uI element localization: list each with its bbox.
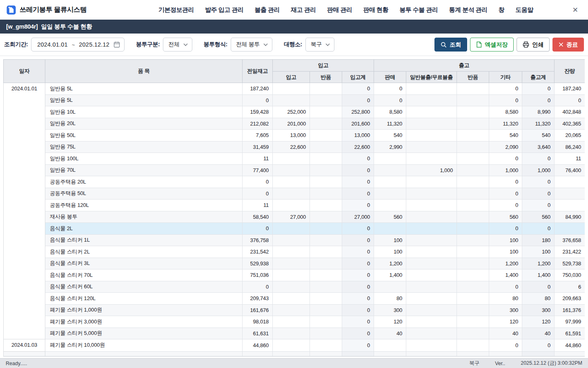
value-cell: 40 (489, 328, 522, 339)
value-cell (555, 223, 585, 235)
value-cell: 84,990 (555, 211, 585, 223)
table-row[interactable]: 음식물 스티커 60L00006 (4, 281, 585, 293)
menu-item-6[interactable]: 봉투 수불 관리 (399, 6, 438, 14)
stock-table: 일자 품 목 전일재고 입고 출고 잔량 입고 반품 입고계 판매 일반불출/무… (3, 59, 585, 357)
table-row[interactable]: 2024.01.03폐기물 스티커 10,000원44,86000044,860 (4, 339, 585, 352)
value-cell: 402,365 (555, 118, 585, 130)
bag-format-value: 전체 봉투 (236, 41, 260, 48)
value-cell (457, 200, 489, 211)
table-row[interactable]: 폐기물 스티커 1,000원161,6760300300300161,376 (4, 304, 585, 316)
value-cell: 11,320 (374, 118, 406, 130)
app-title: 쓰레기봉투 물류시스템 (20, 5, 87, 14)
value-cell (406, 118, 457, 130)
value-cell: 209,743 (243, 293, 273, 305)
value-cell: 27,000 (273, 211, 310, 223)
table-row[interactable] (4, 351, 585, 357)
value-cell: 0 (522, 200, 555, 211)
value-cell: 0 (243, 94, 273, 106)
data-grid[interactable]: 일자 품 목 전일재고 입고 출고 잔량 입고 반품 입고계 판매 일반불출/무… (3, 59, 585, 357)
value-cell (406, 153, 457, 165)
bag-type-select[interactable]: 전체 (163, 38, 192, 52)
value-cell (374, 223, 406, 235)
table-row[interactable]: 일반용 10L159,428252,000252,8008,5808,5808,… (4, 106, 585, 118)
search-button[interactable]: 조회 (434, 38, 467, 52)
item-cell: 음식물 2L (45, 223, 243, 235)
table-row[interactable]: 공동주택용 20L0000 (4, 176, 585, 188)
date-from-value[interactable]: 2024.01.01 (37, 41, 68, 48)
agency-label: 대행소: (284, 41, 302, 48)
calendar-icon[interactable] (114, 41, 120, 48)
value-cell (406, 200, 457, 211)
value-cell (522, 351, 555, 357)
menu-item-2[interactable]: 불출 관리 (254, 6, 280, 14)
window-title-bar: [w_gm804r] 일일 봉투 수불 현황 (0, 20, 588, 34)
search-icon (441, 42, 447, 48)
table-row[interactable]: 음식물 스티커 3L529,93801,2001,2001,200529,738 (4, 258, 585, 269)
print-button[interactable]: 인쇄 (517, 38, 550, 52)
table-row[interactable]: 공동주택용 50L0000 (4, 188, 585, 200)
page-title: 일일 봉투 수불 현황 (41, 23, 92, 31)
value-cell: 0 (489, 188, 522, 200)
value-cell (374, 188, 406, 200)
menu-item-9[interactable]: 도움말 (515, 6, 533, 14)
print-button-label: 인쇄 (532, 41, 543, 49)
bag-format-select[interactable]: 전체 봉투 (231, 38, 272, 52)
item-cell: 일반용 100L (45, 153, 243, 165)
table-row[interactable]: 음식물 스티커 120L209,7430808080209,663 (4, 293, 585, 305)
value-cell (273, 304, 310, 316)
table-row[interactable]: 음식물 스티커 70L751,03601,4001,4001,400750,03… (4, 269, 585, 281)
value-cell (273, 246, 310, 258)
table-row[interactable]: 일반용 100L1100011 (4, 153, 585, 165)
table-row[interactable]: 2024.01.01일반용 5L187,2400000187,240 (4, 83, 585, 95)
menu-item-4[interactable]: 판매 관리 (327, 6, 352, 14)
value-cell: 0 (243, 176, 273, 188)
value-cell (406, 106, 457, 118)
table-row[interactable]: 일반용 70L77,40001,0001,0001,00076,400 (4, 164, 585, 176)
date-range-input[interactable]: 2024.01.01 ~ 2025.12.12 (31, 38, 125, 52)
exit-button[interactable]: 종료 (552, 38, 584, 52)
chevron-down-icon (263, 43, 268, 46)
value-cell (374, 176, 406, 188)
value-cell: 1,000 (522, 164, 555, 176)
table-row[interactable]: 음식물 2L0000 (4, 223, 585, 235)
table-row[interactable]: 일반용 20L212,082201,000201,60011,32011,320… (4, 118, 585, 130)
value-cell: 120 (374, 316, 406, 328)
menu-item-0[interactable]: 기본정보관리 (158, 6, 194, 14)
date-to-value[interactable]: 2025.12.12 (79, 41, 109, 48)
agency-select[interactable]: 북구 (305, 38, 334, 52)
item-cell: 일반용 50L (45, 130, 243, 141)
bag-format-label: 봉투형식: (204, 41, 227, 48)
table-row[interactable]: 일반용 50L7,60513,00013,00054054054020,065 (4, 130, 585, 141)
close-icon[interactable]: ✕ (569, 4, 581, 16)
menu-item-1[interactable]: 발주 입고 관리 (205, 6, 243, 14)
value-cell (310, 304, 342, 316)
table-row[interactable]: 음식물 스티커 2L231,5420100100100231,422 (4, 246, 585, 258)
value-cell: 0 (489, 83, 522, 95)
value-cell: 0 (342, 304, 374, 316)
table-row[interactable]: 공동주택용 120L11000 (4, 200, 585, 211)
value-cell (273, 281, 310, 293)
value-cell (457, 234, 489, 246)
table-row[interactable]: 음식물 스티커 1L376,7580100100180376,658 (4, 234, 585, 246)
item-cell: 음식물 스티커 1L (45, 234, 243, 246)
menu-item-5[interactable]: 판매 현황 (363, 6, 388, 14)
table-row[interactable]: 일반용 5L000000 (4, 94, 585, 106)
table-row[interactable]: 폐기물 스티커 5,000원61,631040404061,591 (4, 328, 585, 339)
value-cell: 1,000 (489, 164, 522, 176)
value-cell: 0 (243, 223, 273, 235)
menu-item-7[interactable]: 통계 분석 관리 (449, 6, 487, 14)
value-cell (457, 351, 489, 357)
item-cell: 공동주택용 50L (45, 188, 243, 200)
value-cell (273, 94, 310, 106)
menu-item-3[interactable]: 재고 관리 (291, 6, 316, 14)
menu-item-8[interactable]: 창 (499, 6, 505, 14)
value-cell (310, 281, 342, 293)
table-row[interactable]: 폐기물 스티커 3,000원98,018012012012097,999 (4, 316, 585, 328)
value-cell: 86,240 (555, 141, 585, 153)
value-cell (406, 176, 457, 188)
value-cell: 0 (489, 94, 522, 106)
excel-save-button[interactable]: 엑셀저장 (470, 38, 514, 52)
table-row[interactable]: 일반용 75L31,45922,60022,6002,9902,0903,640… (4, 141, 585, 153)
table-row[interactable]: 재사용 봉투58,54027,00027,00056056056084,990 (4, 211, 585, 223)
item-cell: 재사용 봉투 (45, 211, 243, 223)
